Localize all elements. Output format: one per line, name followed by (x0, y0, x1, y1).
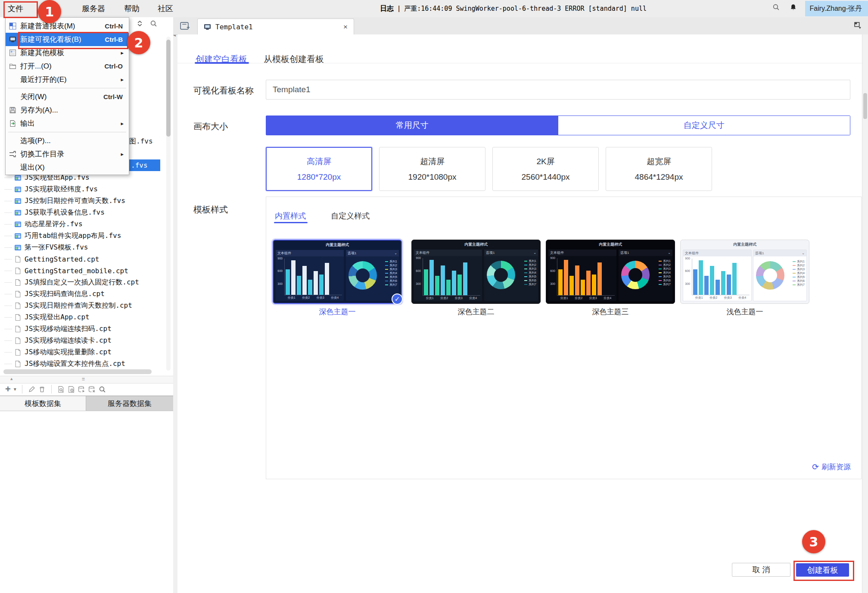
template-other-icon (6, 49, 20, 56)
caret-down-icon[interactable]: ▾ (14, 386, 16, 392)
theme-label-0[interactable]: 深色主题一 (273, 307, 402, 317)
notification-bell-icon[interactable] (790, 3, 797, 11)
theme-preview-title: 内置主题样式 (546, 240, 675, 249)
file-menu-item-3[interactable]: 打开...(O)Ctrl-O (6, 59, 129, 73)
tree-connector (4, 352, 12, 353)
file-tree-item[interactable]: JS实现日期控件查询天数控制.cpt (0, 300, 173, 312)
size-mode-custom[interactable]: 自定义尺寸 (558, 116, 850, 135)
collapse-all-icon[interactable] (136, 20, 143, 27)
file-name: 第一张FVS模板.fvs (25, 243, 88, 252)
template-theme-icon[interactable] (854, 22, 862, 30)
file-menu-item-6[interactable]: 另存为(A)... (6, 103, 129, 117)
file-tree-item[interactable]: 巧用tab组件实现app布局.fvs (0, 230, 173, 242)
file-tree-item[interactable]: JS移动端实现批量删除.cpt (0, 346, 173, 358)
file-menu-item-4[interactable]: 最近打开的(E)▸ (6, 73, 129, 86)
new-template-icon[interactable] (179, 21, 190, 31)
menu-item-label: 输出 (20, 119, 121, 128)
menu-item-label: 另存为(A)... (20, 105, 129, 115)
file-tree-item[interactable]: JS实现登出App.cpt (0, 312, 173, 323)
size-card-title: 2K屏 (536, 156, 554, 167)
menu-server[interactable]: 服务器 (82, 0, 105, 17)
file-tree-item[interactable]: JS实现移动端连续读卡.cpt (0, 335, 173, 346)
file-menu-item-10[interactable]: 退出(X) (6, 161, 129, 174)
selected-file-row-partial[interactable]: .fvs (128, 159, 160, 171)
file-menu-item-2[interactable]: 新建其他模板▸ (6, 46, 129, 59)
file-menu-item-9[interactable]: 切换工作目录▸ (6, 147, 129, 161)
magnifier-icon[interactable] (99, 386, 106, 393)
toolbar-separator (22, 385, 22, 393)
file-tree-item[interactable]: JS实现获取经纬度.fvs (0, 184, 173, 195)
file-tree-item[interactable]: 动态星星评分.fvs (0, 218, 173, 230)
pencil-icon[interactable] (28, 386, 35, 393)
log-divider: | (398, 5, 400, 12)
file-menu-item-8[interactable]: 选项(P)... (6, 134, 129, 147)
tab-server-dataset[interactable]: 服务器数据集 (86, 396, 173, 411)
tree-connector (4, 329, 12, 329)
preview-y-axis: 900600300 (683, 257, 691, 295)
dashboard-name-input[interactable]: Template1 (266, 80, 850, 100)
menu-item-shortcut: Ctrl-O (105, 62, 129, 70)
menu-item-label: 新建普通报表(M) (20, 21, 105, 31)
size-card-2[interactable]: 2K屏2560*1440px (492, 147, 599, 191)
cancel-button[interactable]: 取 消 (732, 563, 790, 577)
file-tree-item[interactable]: JS移动端设置文本控件焦点.cpt (0, 358, 173, 370)
preview-text-widget-panel: 文本组件900600300分类1分类2分类3分类4 (414, 250, 482, 301)
db-x-icon[interactable] (88, 386, 96, 393)
theme-preview-title: 内置主题样式 (681, 240, 809, 249)
theme-thumbnail-1[interactable]: 内置主题样式文本组件900600300分类1分类2分类3分类4选项1⌄系列1系列… (411, 240, 541, 304)
file-name: JS实现扫码查询信息.cpt (25, 290, 105, 299)
theme-thumbnail-3[interactable]: 内置主题样式文本组件900600300分类1分类2分类3分类4选项1⌄系列1系列… (680, 240, 809, 304)
sidebar-search-icon[interactable] (150, 20, 157, 27)
refresh-resources-link[interactable]: ⟳ 刷新资源 (812, 462, 851, 472)
search-icon[interactable] (772, 3, 780, 11)
file-tree-item[interactable]: JS实现移动端连续扫码.cpt (0, 323, 173, 335)
sidebar-scrollbar-thumb[interactable] (166, 40, 171, 137)
drag-handle-icon[interactable]: = (82, 376, 85, 382)
preview-x-axis: 分类1分类2分类3分类4 (423, 296, 480, 300)
file-menu-item-0[interactable]: 新建普通报表(M)Ctrl-N (6, 19, 129, 33)
file-menu-item-7[interactable]: 输出▸ (6, 117, 129, 130)
file-tree-item[interactable]: GettingStarted_mobile.cpt (0, 265, 173, 277)
tab-custom-style[interactable]: 自定义样式 (331, 211, 370, 221)
file-tree-item[interactable]: JS实现扫码查询信息.cpt (0, 288, 173, 300)
collapse-up-icon[interactable]: ▴ (10, 376, 13, 381)
theme-label-3[interactable]: 浅色主题一 (680, 307, 809, 317)
file-tree-item[interactable]: GettingStarted.cpt (0, 253, 173, 265)
close-tab-icon[interactable]: × (343, 23, 348, 31)
tab-builtin-style[interactable]: 内置样式 (275, 211, 306, 221)
preview-text-widget-panel: 文本组件900600300分类1分类2分类3分类4 (683, 250, 752, 301)
file-tree-item[interactable]: JS控制日期控件可查询天数.fvs (0, 195, 173, 207)
size-mode-common[interactable]: 常用尺寸 (266, 116, 558, 135)
file-name: JS实现日期控件查询天数控制.cpt (25, 301, 132, 310)
theme-thumbnail-0[interactable]: 内置主题样式文本组件900600300分类1分类2分类3分类4选项1⌄系列1系列… (273, 240, 402, 304)
content-scrollbar-thumb[interactable] (863, 93, 867, 119)
plus-icon[interactable]: + (5, 385, 11, 393)
file-tree-item[interactable]: JS填报自定义一次插入固定行数.cpt (0, 277, 173, 288)
tree-connector (4, 236, 12, 236)
doc-gear-icon[interactable] (68, 386, 75, 393)
file-menu-item-1[interactable]: 新建可视化看板(B)Ctrl-B (6, 33, 129, 46)
theme-thumbnail-2[interactable]: 内置主题样式文本组件900600300分类1分类2分类3分类4选项1⌄系列1系列… (546, 240, 675, 304)
menu-help[interactable]: 帮助 (124, 0, 140, 17)
size-card-3[interactable]: 超宽屏4864*1294px (606, 147, 712, 191)
trash-icon[interactable] (38, 386, 46, 393)
create-dashboard-button[interactable]: 创建看板 (796, 563, 849, 577)
file-menu-item-5[interactable]: 关闭(W)Ctrl-W (6, 90, 129, 103)
horizontal-scrollbar[interactable] (3, 369, 152, 374)
theme-label-1[interactable]: 深色主题二 (411, 307, 541, 317)
tab-template-dataset[interactable]: 模板数据集 (0, 396, 86, 411)
menu-community[interactable]: 社区 (158, 0, 173, 17)
theme-label-2[interactable]: 深色主题三 (546, 307, 675, 317)
file-tree-item[interactable]: 第一张FVS模板.fvs (0, 242, 173, 253)
doc-search-icon[interactable] (57, 386, 65, 393)
document-tab-template1[interactable]: Template1 × (197, 19, 354, 35)
file-tree-item[interactable]: JS获取手机设备信息.fvs (0, 207, 173, 218)
menu-file[interactable]: 文件 (8, 0, 23, 17)
size-card-resolution: 4864*1294px (635, 172, 683, 182)
tree-connector (4, 178, 12, 178)
partial-file-row[interactable]: 图.fvs (129, 137, 153, 146)
db-play-icon[interactable] (78, 386, 85, 393)
size-card-1[interactable]: 超清屏1920*1080px (379, 147, 485, 191)
size-card-0[interactable]: 高清屏1280*720px (266, 147, 372, 191)
user-account-chip[interactable]: Fairy.Zhang-张丹 (805, 1, 868, 16)
